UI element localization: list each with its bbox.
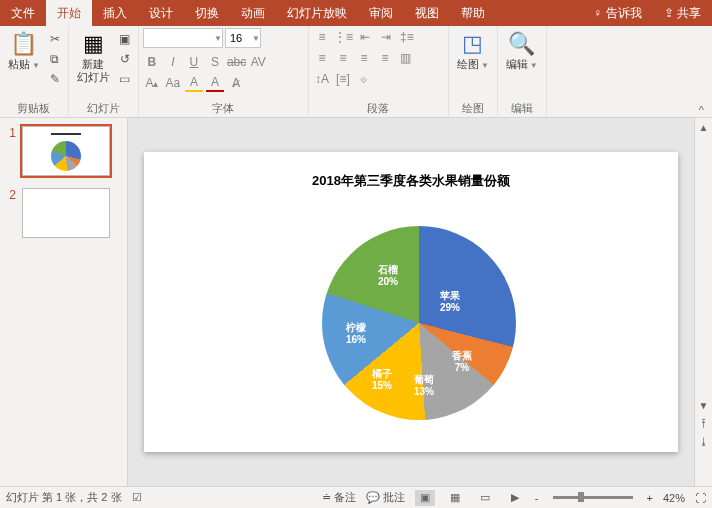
align-center-button[interactable]: ≡ (334, 49, 352, 67)
status-bar: 幻灯片 第 1 张，共 2 张 ☑ ≐ 备注 💬 批注 ▣ ▦ ▭ ▶ - + … (0, 486, 712, 508)
pie-chart: 苹果 29% 香蕉 7% 葡萄 13% 橘子 15% 柠檬 16% 石榴 20% (322, 226, 516, 420)
tab-help[interactable]: 帮助 (450, 0, 496, 26)
next-slide-button[interactable]: ⭳ (695, 432, 712, 450)
editing-button[interactable]: 🔍 编辑▼ (502, 28, 542, 74)
grow-font-button[interactable]: A▴ (143, 74, 161, 92)
shadow-button[interactable]: S (206, 53, 224, 71)
copy-button[interactable]: ⧉ (46, 50, 64, 68)
group-label: 编辑 (502, 100, 542, 117)
zoom-slider[interactable] (553, 496, 633, 499)
section-icon: ▭ (119, 72, 130, 86)
italic-button[interactable]: I (164, 53, 182, 71)
zoom-level[interactable]: 42% (663, 492, 685, 504)
chevron-down-icon: ▼ (481, 61, 489, 70)
group-label: 剪贴板 (4, 100, 64, 117)
section-button[interactable]: ▭ (116, 70, 134, 88)
align-text-button[interactable]: [≡] (334, 70, 352, 88)
tab-design[interactable]: 设计 (138, 0, 184, 26)
paste-button[interactable]: 📋 粘贴▼ (4, 28, 44, 74)
group-label: 字体 (143, 100, 304, 117)
font-color-button[interactable]: A (206, 74, 224, 92)
scroll-up-button[interactable]: ▲ (695, 118, 712, 136)
thumbnail-1[interactable]: 1 (0, 124, 127, 178)
tab-view[interactable]: 视图 (404, 0, 450, 26)
bulb-icon: ♀ (593, 6, 602, 20)
reset-button[interactable]: ↺ (116, 50, 134, 68)
tab-animation[interactable]: 动画 (230, 0, 276, 26)
group-drawing: ◳ 绘图▼ 绘图 (449, 26, 498, 117)
tab-insert[interactable]: 插入 (92, 0, 138, 26)
text-direction-button[interactable]: ↕A (313, 70, 331, 88)
slice-label-lemon: 柠檬 16% (346, 322, 366, 346)
thumbnail-2[interactable]: 2 (0, 186, 127, 240)
group-label: 绘图 (453, 100, 493, 117)
highlight-button[interactable]: A (185, 74, 203, 92)
search-icon: 🔍 (508, 30, 535, 58)
share-icon: ⇪ (664, 6, 674, 20)
vertical-scrollbar[interactable]: ▲ ▼ ⭱ ⭳ (694, 118, 712, 486)
fit-to-window-button[interactable]: ⛶ (695, 492, 706, 504)
zoom-in-button[interactable]: + (647, 492, 653, 504)
indent-dec-button[interactable]: ⇤ (356, 28, 374, 46)
slice-label-apple: 苹果 29% (440, 290, 460, 314)
format-painter-button[interactable]: ✎ (46, 70, 64, 88)
sorter-view-button[interactable]: ▦ (445, 490, 465, 506)
cut-button[interactable]: ✂ (46, 30, 64, 48)
chevron-down-icon: ▼ (530, 61, 538, 70)
spacing-button[interactable]: AV (249, 53, 267, 71)
group-slides: ▦ 新建 幻灯片 ▣ ↺ ▭ 幻灯片 (69, 26, 139, 117)
slide-editor[interactable]: 2018年第三季度各类水果销量份额 苹果 29% 香蕉 7% 葡萄 13% 橘子… (128, 118, 694, 486)
scissors-icon: ✂ (50, 32, 60, 46)
align-left-button[interactable]: ≡ (313, 49, 331, 67)
reading-view-button[interactable]: ▭ (475, 490, 495, 506)
indent-inc-button[interactable]: ⇥ (377, 28, 395, 46)
drawing-button[interactable]: ◳ 绘图▼ (453, 28, 493, 74)
case-button[interactable]: Aa (164, 74, 182, 92)
underline-button[interactable]: U (185, 53, 203, 71)
ribbon: 📋 粘贴▼ ✂ ⧉ ✎ 剪贴板 ▦ 新建 幻灯片 ▣ ↺ ▭ 幻灯片 (0, 26, 712, 118)
spellcheck-icon[interactable]: ☑ (132, 491, 142, 504)
smartart-button[interactable]: ⟐ (355, 70, 373, 88)
align-right-button[interactable]: ≡ (355, 49, 373, 67)
strike-button[interactable]: abc (227, 53, 246, 71)
clear-format-button[interactable]: A̷ (227, 74, 245, 92)
chart-title: 2018年第三季度各类水果销量份额 (144, 172, 678, 190)
content-area: 1 2 2018年第三季度各类水果销量份额 苹果 29% 香蕉 7% 葡萄 13… (0, 118, 712, 486)
normal-view-button[interactable]: ▣ (415, 490, 435, 506)
slice-label-orange: 橘子 15% (372, 368, 392, 392)
font-size-select[interactable]: 16▼ (225, 28, 261, 48)
chevron-down-icon: ▼ (32, 61, 40, 70)
slide-thumbnails: 1 2 (0, 118, 128, 486)
layout-button[interactable]: ▣ (116, 30, 134, 48)
columns-button[interactable]: ▥ (397, 49, 415, 67)
slideshow-view-button[interactable]: ▶ (505, 490, 525, 506)
tab-transition[interactable]: 切换 (184, 0, 230, 26)
chevron-down-icon: ▼ (214, 34, 222, 43)
tab-review[interactable]: 审阅 (358, 0, 404, 26)
tab-slideshow[interactable]: 幻灯片放映 (276, 0, 358, 26)
scroll-down-button[interactable]: ▼ (695, 396, 712, 414)
bullets-button[interactable]: ≡ (313, 28, 331, 46)
prev-slide-button[interactable]: ⭱ (695, 414, 712, 432)
collapse-ribbon-button[interactable]: ^ (699, 104, 704, 116)
zoom-out-button[interactable]: - (535, 492, 539, 504)
tellme-button[interactable]: ♀ 告诉我 (582, 0, 652, 26)
comments-button[interactable]: 💬 批注 (366, 490, 405, 505)
notes-button[interactable]: ≐ 备注 (322, 490, 356, 505)
group-editing: 🔍 编辑▼ 编辑 (498, 26, 547, 117)
paste-icon: 📋 (10, 30, 37, 58)
font-family-select[interactable]: ▼ (143, 28, 223, 48)
justify-button[interactable]: ≡ (376, 49, 394, 67)
share-button[interactable]: ⇪ 共享 (653, 0, 712, 26)
group-font: ▼ 16▼ B I U S abc AV A▴ Aa A A A̷ 字体 (139, 26, 309, 117)
slice-label-pomegranate: 石榴 20% (378, 264, 398, 288)
numbering-button[interactable]: ⋮≡ (334, 28, 353, 46)
tab-file[interactable]: 文件 (0, 0, 46, 26)
line-spacing-button[interactable]: ‡≡ (398, 28, 416, 46)
copy-icon: ⧉ (50, 52, 59, 66)
new-slide-button[interactable]: ▦ 新建 幻灯片 (73, 28, 114, 86)
slice-label-grape: 葡萄 13% (414, 374, 434, 398)
slide-counter: 幻灯片 第 1 张，共 2 张 (6, 490, 122, 505)
bold-button[interactable]: B (143, 53, 161, 71)
tab-home[interactable]: 开始 (46, 0, 92, 26)
